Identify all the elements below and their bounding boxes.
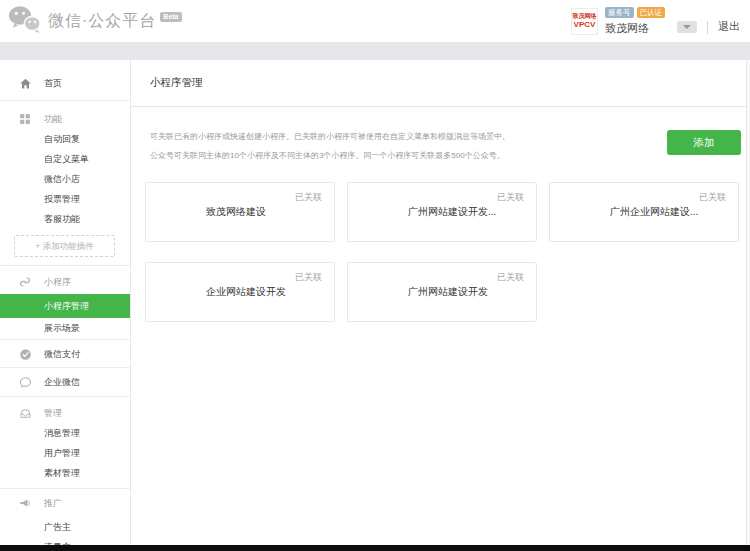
account-logo-text: 致茂网络 — [573, 13, 597, 20]
sidebar-item-label: 微信支付 — [44, 348, 80, 361]
sidebar-item-user-manage[interactable]: 用户管理 — [0, 443, 130, 463]
sidebar-item-wechat-store[interactable]: 微信小店 — [0, 169, 130, 189]
account-dropdown-button[interactable] — [677, 21, 697, 33]
sidebar-item-wechat-pay[interactable]: 微信支付 — [0, 344, 130, 364]
sidebar-item-label: 首页 — [44, 77, 62, 90]
verified-badge: 已认证 — [637, 7, 666, 18]
right-edge-strip — [746, 60, 750, 551]
description-line-2: 公众号可关联同主体的10个小程序及不同主体的3个小程序。同一个小程序可关联最多5… — [150, 146, 620, 165]
sidebar-section-features: 功能 — [0, 109, 130, 129]
wechat-logo-icon — [8, 5, 41, 37]
miniprogram-name: 广州企业网站建设... — [610, 205, 698, 219]
beta-badge: Beta — [160, 12, 181, 22]
tree-logo-icon — [362, 274, 398, 310]
grid-icon — [19, 113, 34, 125]
sidebar-item-material-manage[interactable]: 素材管理 — [0, 463, 130, 483]
page-title: 小程序管理 — [150, 76, 203, 90]
status-badge: 已关联 — [699, 191, 726, 204]
sidebar-section-manage: 管理 — [0, 403, 130, 423]
header-gray-strip — [0, 42, 750, 60]
header-divider — [707, 21, 708, 34]
tree-logo-icon — [160, 274, 196, 310]
miniprogram-name: 广州网站建设开发... — [408, 205, 496, 219]
home-icon — [19, 77, 34, 90]
account-logo: 致茂网络 VPCV — [571, 8, 598, 35]
sidebar-item-customer-service[interactable]: 客服功能 — [0, 209, 130, 229]
miniprogram-card[interactable]: 广州网站建设开发 已关联 — [347, 262, 537, 322]
account-logo-sub: VPCV — [574, 20, 596, 29]
work-wechat-icon — [19, 376, 34, 389]
sidebar-item-advertiser[interactable]: 广告主 — [0, 517, 130, 537]
description-line-1: 可关联已有的小程序或快速创建小程序。已关联的小程序可被使用在自定义菜单和模版消息… — [150, 127, 620, 146]
add-plugin-button[interactable]: + 添加功能插件 — [14, 235, 115, 257]
sidebar-item-message-manage[interactable]: 消息管理 — [0, 423, 130, 443]
add-miniprogram-button[interactable]: 添加 — [667, 130, 741, 155]
top-header: 微信·公众平台 Beta 致茂网络 VPCV 服务号 已认证 致茂网络 退出 — [0, 0, 750, 42]
page-description: 可关联已有的小程序或快速创建小程序。已关联的小程序可被使用在自定义菜单和模版消息… — [150, 127, 620, 165]
sidebar-item-home[interactable]: 首页 — [0, 73, 130, 93]
miniprogram-card[interactable]: 广州企业网站建设... 已关联 — [549, 182, 739, 242]
logout-link[interactable]: 退出 — [718, 19, 740, 34]
sidebar-item-auto-reply[interactable]: 自动回复 — [0, 129, 130, 149]
sidebar: 首页 功能 自动回复 自定义菜单 微信小店 投票管理 客服功能 + 添加功能插件 — [0, 60, 131, 551]
wechat-mp-platform-page: 微信·公众平台 Beta 致茂网络 VPCV 服务号 已认证 致茂网络 退出 — [0, 0, 750, 551]
service-account-badge: 服务号 — [605, 7, 634, 18]
miniprogram-name: 致茂网络建设 — [206, 205, 266, 219]
sidebar-section-label: 管理 — [44, 407, 62, 420]
account-name: 致茂网络 — [605, 21, 665, 36]
sidebar-section-label: 小程序 — [44, 276, 71, 289]
sidebar-item-label: 企业微信 — [44, 376, 80, 389]
sidebar-item-custom-menu[interactable]: 自定义菜单 — [0, 149, 130, 169]
miniprogram-name: 企业网站建设开发 — [206, 285, 286, 299]
brand-title: 微信·公众平台 — [48, 13, 156, 29]
miniprogram-card-list: 致茂网络建设 已关联 广州网站建设开发... 已关联 广州企业网站建设... 已… — [145, 182, 741, 322]
miniprogram-card[interactable]: 广州网站建设开发... 已关联 — [347, 182, 537, 242]
sidebar-section-promotion: 推广 — [0, 493, 130, 513]
sidebar-item-work-wechat[interactable]: 企业微信 — [0, 372, 130, 392]
sidebar-section-label: 推广 — [44, 497, 62, 510]
status-badge: 已关联 — [497, 271, 524, 284]
miniprogram-card[interactable]: 致茂网络建设 已关联 — [145, 182, 335, 242]
sidebar-item-display-scene[interactable]: 展示场景 — [0, 318, 130, 338]
header-account-area: 致茂网络 VPCV 服务号 已认证 致茂网络 退出 — [571, 7, 740, 36]
brand: 微信·公众平台 Beta — [8, 5, 182, 37]
tree-logo-icon — [160, 194, 196, 230]
main-panel: 小程序管理 可关联已有的小程序或快速创建小程序。已关联的小程序可被使用在自定义菜… — [131, 60, 746, 551]
miniprogram-name: 广州网站建设开发 — [408, 285, 488, 299]
sidebar-section-miniprogram: 小程序 — [0, 272, 130, 292]
status-badge: 已关联 — [497, 191, 524, 204]
bottom-bar — [0, 545, 750, 551]
miniprogram-card[interactable]: 企业网站建设开发 已关联 — [145, 262, 335, 322]
page-title-bar: 小程序管理 — [131, 60, 746, 107]
status-badge: 已关联 — [295, 271, 322, 284]
account-badges: 服务号 已认证 — [605, 7, 665, 18]
status-badge: 已关联 — [295, 191, 322, 204]
inbox-icon — [19, 407, 34, 420]
chevron-down-icon — [683, 25, 691, 29]
megaphone-icon — [19, 497, 34, 510]
wechat-pay-icon — [19, 348, 34, 361]
account-info: 服务号 已认证 致茂网络 — [605, 7, 665, 36]
miniprogram-icon — [19, 276, 34, 288]
tree-logo-icon — [564, 194, 600, 230]
sidebar-section-label: 功能 — [44, 113, 62, 126]
sidebar-item-miniprogram-manage[interactable]: 小程序管理 — [0, 294, 130, 318]
sidebar-item-vote-manage[interactable]: 投票管理 — [0, 189, 130, 209]
tree-logo-icon — [362, 194, 398, 230]
